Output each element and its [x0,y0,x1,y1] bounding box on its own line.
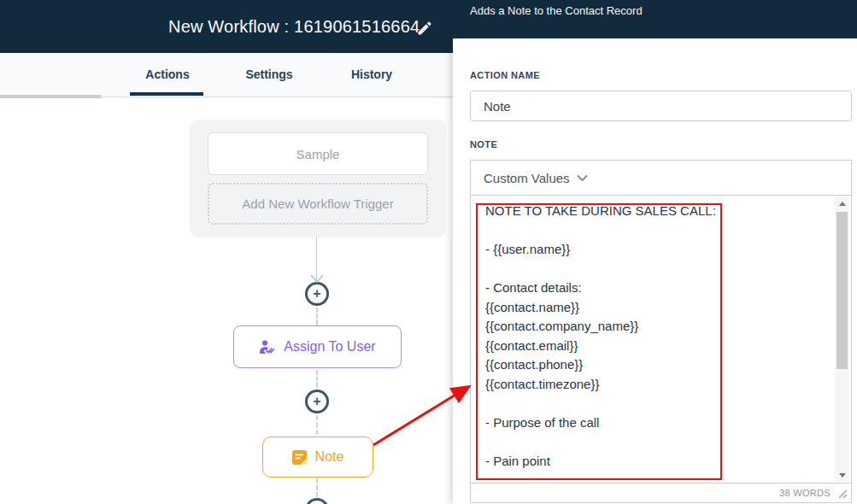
action-settings-panel: Adds a Note to the Contact Record ACTION… [453,0,857,504]
panel-header: Adds a Note to the Contact Record [453,0,857,38]
active-tab-underline [130,92,203,96]
plus-icon: + [313,287,320,301]
action-node-note[interactable]: Note [262,437,373,478]
tab-settings[interactable]: Settings [235,53,303,96]
note-textarea[interactable]: NOTE TO TAKE DURING SALES CALL: - {{user… [470,196,852,483]
pencil-icon [416,20,433,37]
scroll-down-icon[interactable] [835,468,849,482]
canvas-horizontal-scrollbar[interactable] [0,95,101,98]
add-step-button-3[interactable]: + [305,498,329,504]
sample-trigger-button[interactable]: Sample [208,132,428,175]
assign-user-icon [259,339,275,355]
assign-node-label: Assign To User [284,339,375,355]
note-label: NOTE [470,139,497,149]
connector-arrowhead-icon [311,275,323,282]
add-trigger-button[interactable]: Add New Workflow Trigger [208,183,428,225]
connector-line [316,237,317,280]
tab-actions[interactable]: Actions [137,53,198,96]
scroll-up-icon[interactable] [835,196,849,210]
note-editor: Custom Values NOTE TO TAKE DURING SALES … [470,160,852,503]
custom-values-dropdown[interactable]: Custom Values [470,160,852,196]
connector-dashed [316,478,318,497]
tab-history[interactable]: History [340,53,403,96]
trigger-card: Sample Add New Workflow Trigger [190,120,446,237]
note-icon [292,450,307,465]
connector-dashed [316,370,318,388]
connector-dashed [316,308,318,325]
workflow-title: New Workflow : 1619061516664 [168,0,420,53]
edit-title-button[interactable] [416,20,433,37]
plus-icon: + [313,395,320,408]
custom-values-label: Custom Values [484,171,570,185]
chevron-down-icon [577,174,588,182]
action-name-label: ACTION NAME [470,70,540,80]
workflow-editor-screen: New Workflow : 1619061516664 Actions Set… [0,0,857,504]
textarea-scrollbar[interactable] [835,196,849,482]
note-text-content: NOTE TO TAKE DURING SALES CALL: - {{user… [485,202,831,471]
note-node-label: Note [315,449,344,465]
scrollbar-thumb[interactable] [836,212,848,369]
connector-dashed [316,415,318,435]
action-node-assign-to-user[interactable]: Assign To User [233,325,402,368]
add-step-button-2[interactable]: + [305,390,329,413]
word-count: 38 WORDS [779,488,831,498]
resize-grip-icon[interactable] [838,489,848,499]
action-name-input[interactable] [470,91,852,121]
editor-status-bar: 38 WORDS [470,483,852,503]
add-step-button-1[interactable]: + [305,282,329,306]
